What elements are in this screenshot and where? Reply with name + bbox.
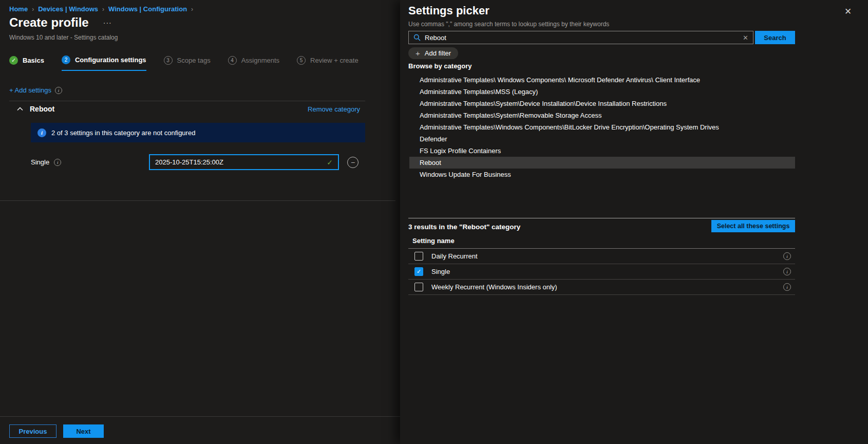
step-label: Configuration settings — [75, 56, 146, 64]
previous-button[interactable]: Previous — [9, 424, 56, 438]
clear-search-icon[interactable]: ✕ — [743, 34, 748, 42]
category-item[interactable]: Defender — [409, 133, 795, 145]
category-name: Reboot — [30, 105, 54, 113]
setting-value: 2025-10-25T15:25:00Z — [155, 158, 223, 166]
category-item[interactable]: Administrative Templates\MSS (Legacy) — [409, 86, 795, 98]
add-settings-link[interactable]: + Add settings — [9, 86, 51, 94]
close-icon[interactable]: ✕ — [844, 6, 852, 17]
valid-check-icon: ✓ — [327, 158, 333, 166]
category-item[interactable]: Administrative Templates\System\Device I… — [409, 98, 795, 109]
step-label: Review + create — [310, 57, 358, 64]
chevron-right-icon: › — [102, 6, 104, 13]
plus-icon: + — [416, 49, 420, 58]
tab-scope-tags[interactable]: 3 Scope tags — [164, 55, 211, 71]
setting-name-label: Single — [31, 158, 49, 166]
info-icon[interactable]: i — [54, 159, 61, 166]
step-number: 5 — [297, 56, 306, 65]
divider — [0, 200, 395, 201]
step-number: 2 — [62, 55, 70, 64]
select-all-settings-button[interactable]: Select all these settings — [711, 220, 795, 232]
category-item[interactable]: Administrative Templates\ Windows Compon… — [409, 74, 795, 86]
checkbox-daily-recurrent[interactable] — [414, 252, 423, 261]
panel-subtitle: Use commas "," among search terms to loo… — [408, 21, 609, 28]
divider — [408, 218, 795, 218]
step-label: Assignments — [241, 57, 279, 64]
breadcrumb-home[interactable]: Home — [9, 5, 28, 13]
tab-review-create[interactable]: 5 Review + create — [297, 55, 358, 71]
remove-setting-button[interactable]: − — [347, 157, 358, 168]
search-box: ✕ — [408, 31, 753, 44]
add-filter-label: Add filter — [425, 49, 451, 57]
panel-title: Settings picker — [408, 4, 489, 17]
step-label: Basics — [23, 57, 44, 64]
checkbox-single[interactable]: ✓ — [414, 267, 423, 276]
info-icon[interactable]: i — [55, 87, 62, 94]
info-icon[interactable]: i — [783, 283, 791, 291]
single-setting-input[interactable]: 2025-10-25T15:25:00Z ✓ — [149, 154, 339, 170]
category-item[interactable]: Windows Update For Business — [409, 169, 795, 180]
page-title: Create profile — [9, 15, 89, 30]
chevron-up-icon — [17, 107, 23, 111]
collapse-category-button[interactable] — [17, 107, 23, 111]
breadcrumb: Home › Devices | Windows › Windows | Con… — [9, 5, 193, 13]
more-actions-icon[interactable]: ··· — [103, 18, 112, 27]
wizard-steps: ✓ Basics 2 Configuration settings 3 Scop… — [9, 55, 358, 71]
category-list: Administrative Templates\ Windows Compon… — [409, 74, 795, 180]
step-number: 4 — [228, 56, 237, 65]
info-banner: i 2 of 3 settings in this category are n… — [31, 123, 365, 142]
table-row: ✓ Single i — [408, 264, 795, 280]
info-banner-text: 2 of 3 settings in this category are not… — [51, 129, 195, 137]
setting-row-label: Weekly Recurrent (Windows Insiders only) — [431, 283, 557, 291]
setting-row-label: Single — [431, 268, 450, 275]
search-icon — [413, 34, 421, 41]
breadcrumb-devices-windows[interactable]: Devices | Windows — [38, 5, 98, 13]
checkbox-weekly-recurrent[interactable] — [414, 283, 423, 291]
info-icon[interactable]: i — [783, 252, 791, 260]
info-icon[interactable]: i — [783, 268, 791, 275]
table-row: Weekly Recurrent (Windows Insiders only)… — [408, 280, 795, 295]
chevron-right-icon: › — [191, 6, 193, 13]
category-item[interactable]: Administrative Templates\Windows Compone… — [409, 121, 795, 133]
browse-by-category-heading: Browse by category — [408, 62, 472, 70]
step-label: Scope tags — [177, 57, 211, 64]
tab-basics[interactable]: ✓ Basics — [9, 55, 44, 71]
info-icon: i — [37, 128, 46, 137]
table-row: Daily Recurrent i — [408, 249, 795, 264]
search-button[interactable]: Search — [755, 31, 795, 44]
tab-assignments[interactable]: 4 Assignments — [228, 55, 279, 71]
category-item[interactable]: FS Logix Profile Containers — [409, 145, 795, 157]
category-item-selected[interactable]: Reboot — [409, 157, 795, 169]
divider — [9, 101, 365, 101]
divider — [0, 416, 400, 417]
step-complete-icon: ✓ — [9, 56, 18, 65]
add-filter-button[interactable]: + Add filter — [408, 47, 458, 59]
chevron-right-icon: › — [32, 6, 34, 13]
breadcrumb-windows-configuration[interactable]: Windows | Configuration — [108, 5, 187, 13]
next-button[interactable]: Next — [63, 424, 104, 438]
search-input[interactable] — [425, 34, 739, 42]
setting-name-column-header: Setting name — [412, 237, 455, 245]
tab-configuration-settings[interactable]: 2 Configuration settings — [62, 55, 146, 71]
page-subtitle: Windows 10 and later - Settings catalog — [9, 34, 118, 41]
step-number: 3 — [164, 56, 173, 65]
results-summary: 3 results in the "Reboot" category — [408, 223, 520, 231]
category-item[interactable]: Administrative Templates\System\Removabl… — [409, 109, 795, 121]
setting-row-label: Daily Recurrent — [431, 252, 478, 260]
settings-table: Daily Recurrent i ✓ Single i Weekly Recu… — [408, 248, 795, 295]
minus-icon: − — [351, 158, 355, 168]
settings-picker-panel: Settings picker ✕ Use commas "," among s… — [400, 0, 868, 444]
remove-category-link[interactable]: Remove category — [308, 105, 360, 113]
